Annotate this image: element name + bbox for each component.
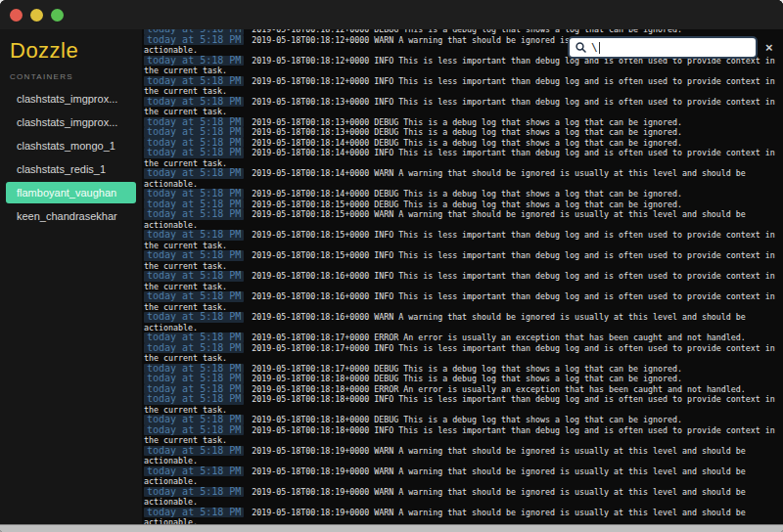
window-titlebar xyxy=(0,0,783,29)
container-item-label: clashstats_imgprox... xyxy=(17,116,117,128)
app-title: Dozzle xyxy=(0,29,142,64)
container-list: clashstats_imgprox...clashstats_imgprox.… xyxy=(0,88,142,227)
log-time-badge: today at 5:18 PM xyxy=(144,425,244,436)
log-time-badge: today at 5:18 PM xyxy=(144,508,244,518)
container-item-flamboyant_vaughan[interactable]: flamboyant_vaughan xyxy=(6,182,136,203)
container-item-label: keen_chandrasekhar xyxy=(17,210,117,222)
log-entry: today at 5:18 PM2019-05-18T00:18:14+0000… xyxy=(144,189,777,200)
log-time-badge: today at 5:18 PM xyxy=(144,291,244,302)
log-entry: today at 5:18 PM2019-05-18T00:18:19+0000… xyxy=(144,508,777,526)
log-time-badge: today at 5:18 PM xyxy=(144,35,244,46)
log-entry: today at 5:18 PM2019-05-18T00:18:17+0000… xyxy=(144,343,777,364)
log-list: today at 5:18 PM2019-05-18T00:18:12+0000… xyxy=(142,0,783,525)
log-message: 2019-05-18T00:18:18+0000 DEBUG This is a… xyxy=(252,415,682,424)
log-entry: today at 5:18 PM2019-05-18T00:18:17+0000… xyxy=(144,332,777,343)
window-bottom-edge xyxy=(0,524,783,532)
log-time-badge: today at 5:18 PM xyxy=(144,446,244,457)
log-time-badge: today at 5:18 PM xyxy=(144,415,244,425)
text-cursor xyxy=(599,42,600,54)
log-entry: today at 5:18 PM2019-05-18T00:18:14+0000… xyxy=(144,168,777,189)
log-time-badge: today at 5:18 PM xyxy=(144,374,244,384)
log-viewer[interactable]: today at 5:18 PM2019-05-18T00:18:12+0000… xyxy=(142,0,783,525)
search-overlay: \ × xyxy=(568,36,773,59)
search-icon xyxy=(576,42,586,53)
maximize-window-button[interactable] xyxy=(51,9,64,22)
log-time-badge: today at 5:18 PM xyxy=(144,56,244,66)
log-message: 2019-05-18T00:18:14+0000 DEBUG This is a… xyxy=(252,138,682,148)
dozzle-window: Dozzle CONTAINERS clashstats_imgprox...c… xyxy=(0,0,783,532)
log-entry: today at 5:18 PM2019-05-18T00:18:16+0000… xyxy=(144,271,777,291)
log-entry: today at 5:18 PM2019-05-18T00:18:19+0000… xyxy=(144,487,777,508)
log-entry: today at 5:18 PM2019-05-18T00:18:18+0000… xyxy=(144,415,777,425)
log-entry: today at 5:18 PM2019-05-18T00:18:19+0000… xyxy=(144,446,777,466)
log-time-badge: today at 5:18 PM xyxy=(144,209,244,220)
log-entry: today at 5:18 PM2019-05-18T00:18:15+0000… xyxy=(144,230,777,250)
close-window-button[interactable] xyxy=(10,9,23,22)
container-item-label: flamboyant_vaughan xyxy=(17,187,116,199)
log-entry: today at 5:18 PM2019-05-18T00:18:15+0000… xyxy=(144,250,777,271)
container-item-label: clashstats_redis_1 xyxy=(17,163,106,175)
log-time-badge: today at 5:18 PM xyxy=(144,466,244,477)
log-time-badge: today at 5:18 PM xyxy=(144,312,244,323)
log-entry: today at 5:18 PM2019-05-18T00:18:16+0000… xyxy=(144,291,777,312)
log-entry: today at 5:18 PM2019-05-18T00:18:12+0000… xyxy=(144,76,777,97)
sidebar: Dozzle CONTAINERS clashstats_imgprox...c… xyxy=(0,29,142,525)
log-entry: today at 5:18 PM2019-05-18T00:18:13+0000… xyxy=(144,97,777,117)
log-message: 2019-05-18T00:18:13+0000 DEBUG This is a… xyxy=(252,127,682,137)
log-time-badge: today at 5:18 PM xyxy=(144,332,244,343)
log-time-badge: today at 5:18 PM xyxy=(144,230,244,241)
log-entry: today at 5:18 PM2019-05-18T00:18:13+0000… xyxy=(144,127,777,138)
container-item-clashstats_imgprox[interactable]: clashstats_imgprox... xyxy=(6,111,136,133)
log-time-badge: today at 5:18 PM xyxy=(144,76,244,87)
minimize-window-button[interactable] xyxy=(30,9,43,22)
log-message: 2019-05-18T00:18:18+0000 DEBUG This is a… xyxy=(252,374,682,383)
log-time-badge: today at 5:18 PM xyxy=(144,394,244,405)
container-item-clashstats_imgprox[interactable]: clashstats_imgprox... xyxy=(6,88,136,110)
container-item-label: clashstats_mongo_1 xyxy=(17,140,115,152)
log-message: 2019-05-18T00:18:18+0000 ERROR An error … xyxy=(252,384,746,394)
log-time-badge: today at 5:18 PM xyxy=(144,343,244,354)
container-item-clashstats_redis_1[interactable]: clashstats_redis_1 xyxy=(6,158,136,180)
close-search-button[interactable]: × xyxy=(765,41,773,54)
log-entry: today at 5:18 PM2019-05-18T00:18:18+0000… xyxy=(144,374,777,384)
log-time-badge: today at 5:18 PM xyxy=(144,271,244,282)
log-time-badge: today at 5:18 PM xyxy=(144,487,244,498)
log-time-badge: today at 5:18 PM xyxy=(144,168,244,179)
log-entry: today at 5:18 PM2019-05-18T00:18:14+0000… xyxy=(144,148,777,168)
log-message: 2019-05-18T00:18:14+0000 DEBUG This is a… xyxy=(252,189,682,199)
container-item-clashstats_mongo_1[interactable]: clashstats_mongo_1 xyxy=(6,135,136,156)
log-entry: today at 5:18 PM2019-05-18T00:18:19+0000… xyxy=(144,466,777,487)
log-time-badge: today at 5:18 PM xyxy=(144,189,244,200)
search-input[interactable]: \ xyxy=(568,36,758,59)
log-time-badge: today at 5:18 PM xyxy=(144,97,244,108)
log-message: 2019-05-18T00:18:17+0000 ERROR An error … xyxy=(252,332,746,342)
log-entry: today at 5:18 PM2019-05-18T00:18:15+0000… xyxy=(144,209,777,230)
container-item-label: clashstats_imgprox... xyxy=(17,93,117,105)
containers-section-label: CONTAINERS xyxy=(0,64,142,81)
log-entry: today at 5:18 PM2019-05-18T00:18:16+0000… xyxy=(144,312,777,332)
log-time-badge: today at 5:18 PM xyxy=(144,148,244,158)
search-input-value: \ xyxy=(591,41,598,54)
log-time-badge: today at 5:18 PM xyxy=(144,127,244,138)
log-message: 2019-05-18T00:18:15+0000 DEBUG This is a… xyxy=(252,200,682,209)
log-time-badge: today at 5:18 PM xyxy=(144,250,244,261)
log-entry: today at 5:18 PM2019-05-18T00:18:18+0000… xyxy=(144,425,777,446)
log-message: 2019-05-18T00:18:17+0000 DEBUG This is a… xyxy=(252,364,682,374)
log-entry: today at 5:18 PM2019-05-18T00:18:18+0000… xyxy=(144,394,777,415)
log-message: 2019-05-18T00:18:13+0000 DEBUG This is a… xyxy=(252,117,682,127)
container-item-keen_chandrasekhar[interactable]: keen_chandrasekhar xyxy=(6,205,136,227)
